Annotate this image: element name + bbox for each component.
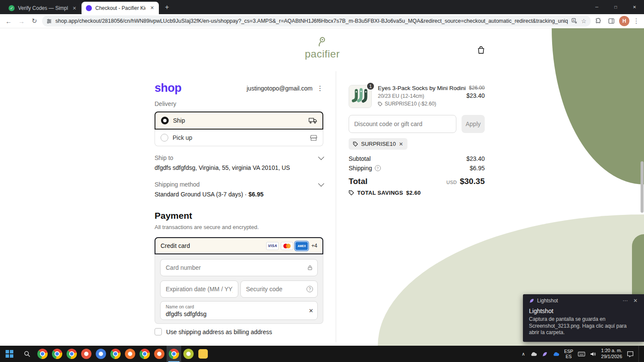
clear-field-icon[interactable]: ✕ <box>309 308 313 314</box>
tab-simplycodes[interactable]: ✓ Verify Codes — SimplyCodes ✕ <box>4 3 82 13</box>
discount-code-applied-text: SURPRISE10 (-$2.60) <box>385 101 436 107</box>
browser-menu-icon[interactable]: ⋮ <box>632 17 641 25</box>
svg-text:A: A <box>573 19 575 22</box>
tag-icon <box>353 142 358 147</box>
notification-center-icon[interactable] <box>627 351 634 357</box>
taskbar-clock[interactable]: 1:20 a. m. 29/1/2026 <box>601 348 622 360</box>
side-panel-icon[interactable] <box>606 16 617 26</box>
toast-close-icon[interactable]: ✕ <box>632 298 639 304</box>
extensions-puzzle-icon[interactable] <box>593 16 604 26</box>
reload-icon[interactable]: ↻ <box>29 16 39 26</box>
show-desktop-button[interactable] <box>638 346 641 362</box>
forward-icon[interactable]: → <box>16 16 27 26</box>
taskbar-app-red[interactable] <box>79 346 94 362</box>
bookmark-star-icon[interactable]: ☆ <box>581 18 586 24</box>
chevron-down-icon[interactable] <box>318 154 324 160</box>
shipping-label: Shipping <box>349 165 372 172</box>
more-card-brands: +4 <box>311 243 317 249</box>
cloud-icon[interactable] <box>530 351 537 356</box>
toast-more-icon[interactable]: ⋯ <box>621 298 629 304</box>
expiration-field[interactable] <box>160 281 238 298</box>
card-brand-badges: VISA AMEX +4 <box>266 242 317 250</box>
lightshot-feather-icon[interactable] <box>542 351 547 357</box>
tab-checkout[interactable]: Checkout - Pacifier Kids Boutiq ✕ <box>82 2 159 14</box>
remove-discount-icon[interactable]: ✕ <box>399 141 403 147</box>
taskbar-app-firefox[interactable] <box>123 346 137 362</box>
language-indicator[interactable]: ESP ES <box>564 349 573 359</box>
radio-selected-icon[interactable] <box>161 117 169 124</box>
tune-icon[interactable] <box>46 18 52 24</box>
shipping-method-label: Shipping method <box>155 181 200 188</box>
taskbar-app-chrome-3[interactable] <box>64 346 79 362</box>
taskbar-app-notes[interactable] <box>196 346 210 362</box>
name-on-card-label: Name on card <box>166 304 194 309</box>
delivery-option-pickup[interactable]: Pick up <box>155 130 323 146</box>
security-code-input[interactable] <box>241 281 317 297</box>
translate-icon[interactable]: A <box>571 18 577 24</box>
start-button[interactable] <box>0 346 19 362</box>
radio-unselected-icon[interactable] <box>161 134 168 142</box>
shipping-value: $6.95 <box>470 165 485 172</box>
delivery-option-ship[interactable]: Ship <box>155 112 323 130</box>
tab-close-icon[interactable]: ✕ <box>149 5 155 11</box>
cart-icon[interactable] <box>475 44 487 56</box>
toast-app-name: Lightshot <box>537 298 558 304</box>
taskbar-app-green[interactable] <box>181 346 196 362</box>
mastercard-badge <box>281 242 293 250</box>
discount-code-input[interactable] <box>349 115 456 133</box>
window-controls: ─ □ ✕ <box>587 0 644 14</box>
back-icon[interactable]: ← <box>3 16 14 26</box>
onedrive-icon[interactable] <box>552 351 559 356</box>
tray-expand-icon[interactable]: ∧ <box>522 351 525 357</box>
visa-badge: VISA <box>266 242 279 250</box>
credit-card-label: Credit card <box>161 242 190 249</box>
taskbar-app-chrome-4[interactable] <box>108 346 123 362</box>
page-scrollbar[interactable] <box>641 161 644 213</box>
lightshot-notification[interactable]: Lightshot ⋯ ✕ Lightshot Captura de panta… <box>523 294 644 342</box>
minimize-button[interactable]: ─ <box>587 0 606 14</box>
address-bar[interactable]: shop.app/checkout/2818056/cn/hWN89ivpwLU… <box>42 15 591 27</box>
screen: ✓ Verify Codes — SimplyCodes ✕ Checkout … <box>0 0 644 362</box>
card-number-input[interactable] <box>161 259 317 276</box>
maximize-button[interactable]: □ <box>606 0 625 14</box>
taskbar-app-chrome-2[interactable] <box>50 346 64 362</box>
payment-method-credit-card[interactable]: Credit card VISA AMEX +4 <box>155 237 323 254</box>
chevron-down-icon[interactable] <box>318 181 324 187</box>
ship-to-section[interactable]: Ship to <box>155 154 323 161</box>
shipping-method-name: Standard Ground USA (3-7 days) · <box>155 191 247 198</box>
taskbar-app-chrome-1[interactable] <box>35 346 50 362</box>
apply-button[interactable]: Apply <box>462 115 485 133</box>
applied-code: SURPRISE10 <box>361 141 396 147</box>
security-code-field[interactable]: ? <box>240 281 318 298</box>
feather-icon <box>529 298 534 303</box>
browser-toolbar: ← → ↻ shop.app/checkout/2818056/cn/hWN89… <box>0 14 644 28</box>
profile-avatar[interactable]: H <box>619 16 629 26</box>
taskbar-app-chrome-5[interactable] <box>137 346 152 362</box>
billing-address-row[interactable]: Use shipping address as billing address <box>155 328 323 335</box>
help-icon[interactable]: ? <box>307 286 313 293</box>
taskbar-app-chrome-active[interactable] <box>167 346 181 362</box>
windows-icon <box>6 350 13 358</box>
close-window-button[interactable]: ✕ <box>625 0 644 14</box>
new-tab-button[interactable]: + <box>161 2 173 13</box>
windows-taskbar: ∧ ESP ES 1:20 a. m. 29/1/2026 <box>0 346 644 362</box>
account-menu-icon[interactable]: ⋮ <box>317 84 323 92</box>
taskbar-app-orange[interactable] <box>152 346 167 362</box>
info-icon[interactable]: ? <box>375 165 381 171</box>
discounted-price: $23.40 <box>466 92 485 99</box>
tab-close-icon[interactable]: ✕ <box>71 6 78 11</box>
card-number-field[interactable] <box>160 259 318 276</box>
speaker-icon[interactable] <box>590 351 596 357</box>
store-icon <box>310 135 317 141</box>
toast-title: Lightshot <box>523 304 644 314</box>
language-top: ESP <box>564 349 573 354</box>
product-variant: 20/23 EU (12-14cm) <box>378 93 466 99</box>
expiration-input[interactable] <box>161 281 238 297</box>
taskbar-search-button[interactable] <box>19 346 35 362</box>
name-on-card-field[interactable]: Name on card dfgdfs sdfgfdsg ✕ <box>160 301 318 320</box>
taskbar-app-blue[interactable] <box>94 346 108 362</box>
quantity-badge: 1 <box>366 82 375 90</box>
billing-address-checkbox[interactable] <box>155 328 162 335</box>
shipping-method-section[interactable]: Shipping method <box>155 181 323 188</box>
keyboard-icon[interactable] <box>578 351 585 357</box>
